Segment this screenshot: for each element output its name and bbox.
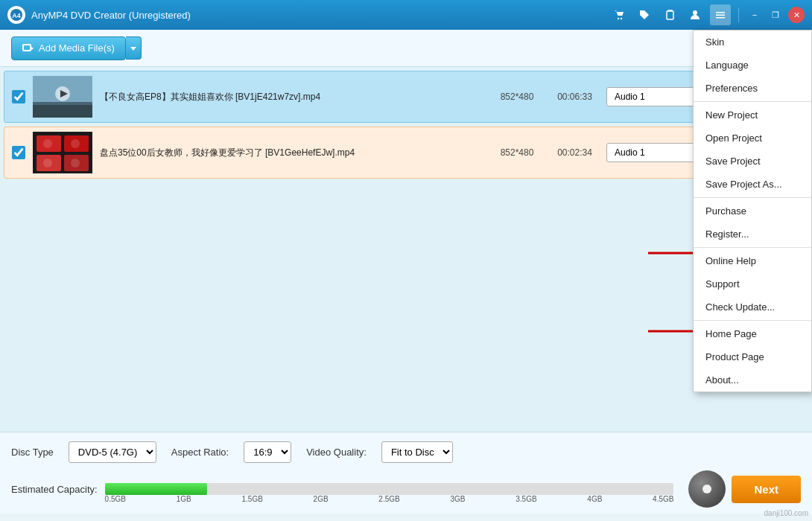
svg-text:A4: A4 bbox=[12, 12, 21, 19]
close-button[interactable]: ✕ bbox=[788, 7, 805, 23]
menu-item-purchase[interactable]: Purchase bbox=[694, 199, 811, 223]
tick-0: 0.5GB bbox=[105, 495, 126, 503]
add-media-label: Add Media File(s) bbox=[39, 42, 115, 54]
menu-item-preferences[interactable]: Preferences bbox=[694, 77, 811, 100]
svg-rect-9 bbox=[716, 17, 725, 19]
user-icon[interactable] bbox=[685, 4, 705, 25]
thumb-image-2 bbox=[33, 132, 92, 173]
row-title-1: 【不良女高EP8】其实姐姐喜欢你 [BV1jE421w7zv].mp4 bbox=[100, 91, 483, 103]
svg-point-6 bbox=[693, 10, 697, 15]
svg-point-27 bbox=[71, 159, 80, 167]
tick-7: 4GB bbox=[587, 495, 602, 503]
row-title-2: 盘点35位00后女教师，我好像更爱学习了 [BV1GeeHefEJw].mp4 bbox=[100, 147, 483, 159]
minimize-button[interactable]: − bbox=[746, 7, 763, 23]
row-audio-2[interactable]: Audio 1 bbox=[606, 143, 703, 162]
menu-item-save-project-as[interactable]: Save Project As... bbox=[694, 173, 811, 196]
row-checkbox-2[interactable] bbox=[12, 146, 25, 159]
add-media-dropdown-button[interactable] bbox=[126, 36, 142, 60]
row-checkbox-1[interactable] bbox=[12, 90, 25, 103]
table-row: 盘点35位00后女教师，我好像更爱学习了 [BV1GeeHefEJw].mp4 … bbox=[4, 127, 808, 179]
aspect-ratio-label: Aspect Ratio: bbox=[171, 447, 229, 458]
tick-1: 1GB bbox=[177, 495, 191, 503]
video-quality-label: Video Quality: bbox=[306, 447, 367, 458]
menu-item-new-project[interactable]: New Project bbox=[694, 103, 811, 127]
menu-item-open-project[interactable]: Open Project bbox=[694, 127, 811, 150]
svg-marker-11 bbox=[31, 46, 34, 51]
video-quality-select[interactable]: Fit to Disc bbox=[381, 441, 453, 463]
aspect-ratio-select[interactable]: 16:9 bbox=[244, 441, 291, 463]
tick-4: 2.5GB bbox=[378, 495, 399, 503]
bottom-bar: Disc Type DVD-5 (4.7G) Aspect Ratio: 16:… bbox=[0, 432, 812, 514]
menu-separator-3 bbox=[694, 247, 811, 248]
capacity-row: Estimated Capacity: 0.5GB 1GB 1.5GB 2GB … bbox=[11, 470, 801, 508]
tag-icon[interactable] bbox=[634, 4, 655, 25]
add-icon bbox=[22, 42, 34, 54]
svg-rect-10 bbox=[23, 45, 31, 51]
cd-inner bbox=[702, 485, 711, 493]
capacity-bar bbox=[105, 483, 674, 495]
tick-5: 3GB bbox=[450, 495, 465, 503]
dropdown-menu: Skin Language Preferences New Project Op… bbox=[693, 30, 812, 392]
cart-icon[interactable] bbox=[609, 4, 629, 25]
svg-point-2 bbox=[618, 18, 619, 19]
titlebar: A4 AnyMP4 DVD Creator (Unregistered) bbox=[0, 0, 812, 30]
menu-item-product-page[interactable]: Product Page bbox=[694, 345, 811, 368]
menu-item-language[interactable]: Language bbox=[694, 54, 811, 77]
restore-button[interactable]: ❐ bbox=[767, 7, 784, 23]
menu-separator-2 bbox=[694, 197, 811, 198]
clipboard-icon[interactable] bbox=[659, 4, 680, 25]
row-duration-1: 00:06:33 bbox=[551, 92, 599, 102]
row-audio-1[interactable]: Audio 1 bbox=[606, 87, 703, 106]
tick-2: 1.5GB bbox=[241, 495, 262, 503]
svg-rect-16 bbox=[33, 102, 92, 118]
audio-select-1[interactable]: Audio 1 bbox=[606, 87, 703, 106]
tick-6: 3.5GB bbox=[516, 495, 536, 503]
menu-item-check-update[interactable]: Check Update... bbox=[694, 295, 811, 319]
capacity-ticks: 0.5GB 1GB 1.5GB 2GB 2.5GB 3GB 3.5GB 4GB … bbox=[105, 495, 674, 503]
thumbnail-1 bbox=[33, 76, 92, 118]
menu-item-register[interactable]: Register... bbox=[694, 223, 811, 246]
svg-point-26 bbox=[43, 159, 52, 167]
svg-rect-8 bbox=[716, 15, 725, 16]
svg-rect-5 bbox=[667, 11, 673, 19]
audio-select-2[interactable]: Audio 1 bbox=[606, 143, 703, 162]
thumbnail-2 bbox=[33, 132, 92, 173]
titlebar-icons: − ❐ ✕ bbox=[609, 4, 805, 25]
svg-point-3 bbox=[621, 18, 622, 19]
tick-8: 4.5GB bbox=[653, 495, 673, 503]
svg-point-24 bbox=[43, 139, 52, 148]
svg-point-25 bbox=[71, 139, 80, 148]
tick-3: 2GB bbox=[314, 495, 329, 503]
toolbar: Add Media File(s) Check All bbox=[0, 30, 812, 67]
app-logo: A4 bbox=[7, 6, 25, 24]
svg-rect-7 bbox=[716, 12, 725, 13]
capacity-fill bbox=[105, 483, 207, 495]
chevron-down-icon bbox=[130, 45, 136, 51]
add-media-button[interactable]: Add Media File(s) bbox=[11, 36, 126, 60]
menu-item-support[interactable]: Support bbox=[694, 272, 811, 295]
media-list: 【不良女高EP8】其实姐姐喜欢你 [BV1jE421w7zv].mp4 852*… bbox=[0, 67, 812, 432]
thumb-image-1 bbox=[33, 76, 92, 118]
next-button[interactable]: Next bbox=[732, 476, 801, 503]
disc-type-label: Disc Type bbox=[11, 447, 54, 458]
bottom-options-row: Disc Type DVD-5 (4.7G) Aspect Ratio: 16:… bbox=[11, 441, 801, 463]
estimated-capacity-label: Estimated Capacity: bbox=[11, 484, 98, 495]
menu-item-online-help[interactable]: Online Help bbox=[694, 249, 811, 272]
row-resolution-2: 852*480 bbox=[491, 147, 543, 158]
app-title: AnyMP4 DVD Creator (Unregistered) bbox=[31, 10, 609, 21]
table-row: 【不良女高EP8】其实姐姐喜欢你 [BV1jE421w7zv].mp4 852*… bbox=[4, 71, 808, 123]
menu-item-about[interactable]: About... bbox=[694, 368, 811, 391]
menu-icon[interactable] bbox=[710, 4, 731, 25]
row-resolution-1: 852*480 bbox=[491, 92, 543, 102]
menu-item-skin[interactable]: Skin bbox=[694, 31, 811, 54]
row-duration-2: 00:02:34 bbox=[551, 147, 599, 158]
capacity-bar-container: 0.5GB 1GB 1.5GB 2GB 2.5GB 3GB 3.5GB 4GB … bbox=[105, 483, 674, 495]
cd-next-area: Next bbox=[688, 470, 801, 508]
disc-type-select[interactable]: DVD-5 (4.7G) bbox=[69, 441, 156, 463]
menu-item-save-project[interactable]: Save Project bbox=[694, 150, 811, 173]
menu-item-home-page[interactable]: Home Page bbox=[694, 322, 811, 345]
svg-point-4 bbox=[641, 12, 643, 13]
menu-separator-4 bbox=[694, 320, 811, 321]
menu-separator-1 bbox=[694, 101, 811, 102]
svg-marker-12 bbox=[130, 47, 136, 51]
